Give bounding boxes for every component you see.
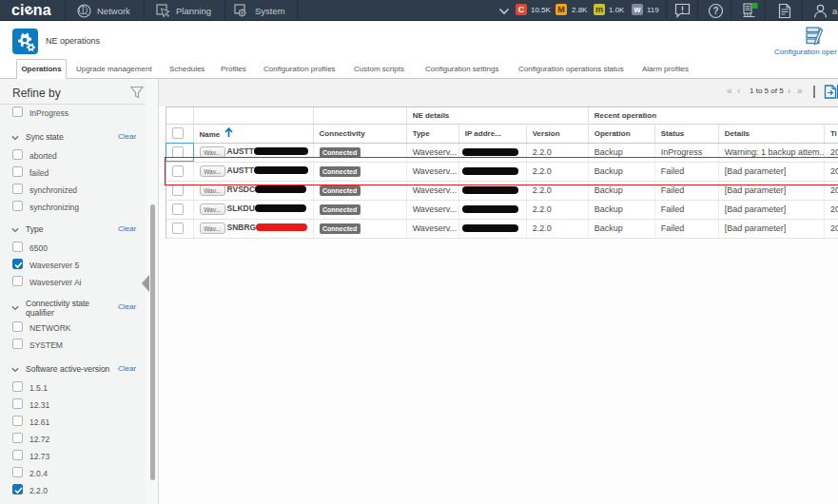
svg-text:?: ?	[712, 6, 718, 16]
